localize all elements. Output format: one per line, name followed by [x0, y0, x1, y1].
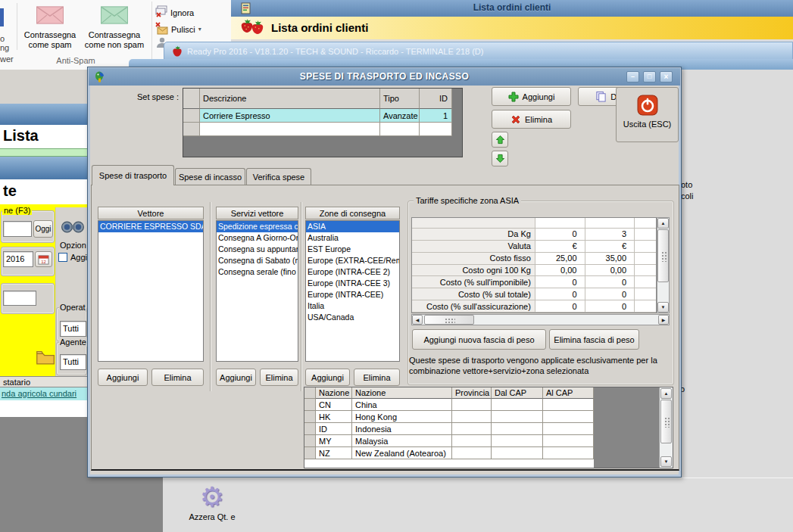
tariffe-hscrollbar[interactable]: ◀ ▶ [411, 314, 670, 325]
dialog-titlebar[interactable]: SPESE DI TRASPORTO ED INCASSO – □ × [89, 68, 680, 86]
list-item-zona[interactable]: Europe (INTRA-CEE 3) [306, 278, 399, 289]
list-item-servizio[interactable]: Spedizione espressa cl [217, 221, 298, 232]
tariffe-cell[interactable]: 3 [585, 229, 635, 241]
mark-spam-button[interactable]: Contrassegna come spam [20, 3, 80, 53]
nazione-row[interactable]: NZ New Zealand (Aotearoa) [304, 447, 594, 459]
set-row-descrizione[interactable]: Corriere Espresso [200, 109, 380, 123]
tariffe-cell[interactable]: 0,00 [535, 265, 585, 277]
tariffe-cell[interactable]: € [585, 241, 635, 253]
column-header-descrizione[interactable]: Descrizione [200, 89, 380, 109]
orders-selected-row[interactable]: nda agricola cundari [0, 387, 87, 400]
scroll-down-arrow[interactable]: ▼ [657, 302, 669, 313]
column-header-id[interactable]: ID [420, 89, 452, 109]
extra-input[interactable] [3, 291, 36, 306]
tariffe-vscrollbar[interactable]: ▲ ▼ [657, 217, 670, 313]
zone-elimina-button[interactable]: Elimina [354, 369, 400, 386]
tariffe-cell[interactable]: 0 [585, 300, 635, 313]
minimize-button[interactable]: – [626, 71, 639, 82]
oggi-button[interactable]: Oggi [33, 220, 53, 238]
scrollbar-thumb[interactable] [424, 315, 474, 325]
set-row-tipo[interactable]: Avanzate [380, 109, 420, 123]
tariffe-cell[interactable]: 25,00 [535, 253, 585, 265]
zone-list[interactable]: ASIA Australia EST Europe Europe (EXTRA-… [305, 220, 400, 362]
tariffe-table[interactable]: Da Kg 0 3 Valuta € € Costo fisso 25,00 3… [411, 217, 657, 313]
list-item-zona[interactable]: Australia [306, 232, 399, 244]
nazione-row[interactable]: HK Hong Kong [304, 411, 594, 423]
uscita-button[interactable]: Uscita (ESC) [616, 87, 679, 142]
close-button[interactable]: × [660, 71, 673, 82]
search-input[interactable] [3, 221, 32, 237]
tab-verifica-spese[interactable]: Verifica spese [246, 168, 311, 185]
maximize-button[interactable]: □ [643, 71, 656, 82]
list-item-zona[interactable]: Italia [306, 300, 399, 312]
scroll-up-arrow[interactable]: ▲ [660, 388, 672, 399]
scrollbar-thumb[interactable] [660, 400, 672, 443]
list-item-vettore[interactable]: CORRIERE ESPRESSO SDA [98, 221, 203, 232]
servizi-aggiungi-button[interactable]: Aggiungi [216, 369, 256, 386]
row-selector[interactable] [183, 109, 200, 123]
agente-combo[interactable]: Tutti [60, 354, 86, 370]
nazioni-vscrollbar[interactable]: ▲ ▼ [659, 387, 673, 468]
scroll-up-arrow[interactable]: ▲ [657, 218, 669, 229]
tariffe-cell[interactable]: 0 [535, 229, 585, 241]
vettore-list[interactable]: CORRIERE ESPRESSO SDA [98, 220, 204, 362]
empty-row-cell[interactable] [380, 123, 420, 136]
list-item-servizio[interactable]: Consegna A Giorno-Or [217, 232, 298, 244]
scroll-down-arrow[interactable]: ▼ [660, 456, 672, 467]
mark-not-spam-button[interactable]: Contrassegna come non spam [82, 3, 147, 53]
pulisci-button[interactable]: Pulisci ▾ [155, 22, 212, 36]
column-header-dal-cap[interactable]: Dal CAP [492, 387, 543, 399]
servizi-elimina-button[interactable]: Elimina [260, 369, 298, 386]
zone-aggiungi-button[interactable]: Aggiungi [305, 369, 350, 386]
empty-row-cell[interactable] [420, 123, 452, 136]
vettore-elimina-button[interactable]: Elimina [151, 369, 204, 386]
tariffe-cell[interactable]: 35,00 [585, 253, 635, 265]
tab-spese-trasporto[interactable]: Spese di trasporto [92, 165, 174, 185]
list-item-zona[interactable]: Europe (EXTRA-CEE/Rem [306, 255, 399, 266]
column-header-al-cap[interactable]: Al CAP [543, 387, 594, 399]
aggiungi-fascia-button[interactable]: Aggiungi nuova fascia di peso [412, 329, 546, 350]
elimina-fascia-button[interactable]: Elimina fascia di peso [549, 329, 639, 350]
move-up-button[interactable] [492, 132, 508, 148]
column-header-tipo[interactable]: Tipo [380, 89, 420, 109]
list-item-servizio[interactable]: Consegna di Sabato (n [217, 255, 298, 266]
list-item-zona[interactable]: EST Europe [306, 244, 399, 255]
vettore-list-header[interactable]: Vettore [98, 207, 204, 219]
list-item-servizio[interactable]: Consegna su appuntar [217, 244, 298, 255]
binoculars-button[interactable] [60, 216, 86, 237]
scroll-right-arrow[interactable]: ▶ [658, 315, 669, 325]
column-header-provincia[interactable]: Provincia [452, 387, 492, 399]
empty-row-cell[interactable] [200, 123, 380, 136]
tariffe-cell[interactable]: 0 [585, 276, 635, 288]
tariffe-cell[interactable]: € [535, 241, 585, 253]
tariffe-cell[interactable]: 0,00 [585, 265, 635, 277]
list-item-servizio[interactable]: Consegna serale (fino [217, 266, 298, 278]
column-header-nazione-code[interactable]: Nazione [316, 387, 352, 399]
servizi-list[interactable]: Spedizione espressa cl Consegna A Giorno… [216, 220, 298, 362]
year-input[interactable]: 2016 [3, 251, 33, 267]
list-item-zona[interactable]: ASIA [306, 221, 399, 232]
scroll-left-arrow[interactable]: ◀ [412, 315, 423, 325]
column-header-nazione-name[interactable]: Nazione [352, 387, 452, 399]
tariffe-cell[interactable]: 0 [535, 300, 585, 313]
move-down-button[interactable] [492, 151, 508, 166]
orders-column-header[interactable]: statario [0, 376, 87, 387]
nazione-row[interactable]: CN China [304, 399, 594, 411]
tab-spese-incasso[interactable]: Spese di incasso [175, 168, 245, 185]
list-item-zona[interactable]: USA/Canada [306, 312, 399, 323]
zone-list-header[interactable]: Zone di consegna [305, 207, 400, 219]
nazione-row[interactable]: ID Indonesia [304, 423, 594, 435]
tariffe-cell[interactable]: 0 [535, 288, 585, 300]
row-selector[interactable] [183, 123, 200, 136]
aggi-checkbox[interactable] [58, 253, 67, 262]
vettore-aggiungi-button[interactable]: Aggiungi [98, 369, 148, 386]
set-row-id[interactable]: 1 [420, 109, 452, 123]
list-item-zona[interactable]: Europe (INTRA-CEE 2) [306, 266, 399, 278]
servizi-list-header[interactable]: Servizi vettore [216, 207, 298, 219]
operatore-combo[interactable]: Tutti [60, 321, 86, 337]
calendar-button[interactable]: 12 [35, 251, 52, 267]
nazione-row[interactable]: MY Malaysia [304, 435, 594, 447]
aggiungi-set-button[interactable]: Aggiungi [492, 87, 571, 106]
tariffe-cell[interactable]: 0 [535, 276, 585, 288]
open-folder-button[interactable] [36, 350, 56, 367]
